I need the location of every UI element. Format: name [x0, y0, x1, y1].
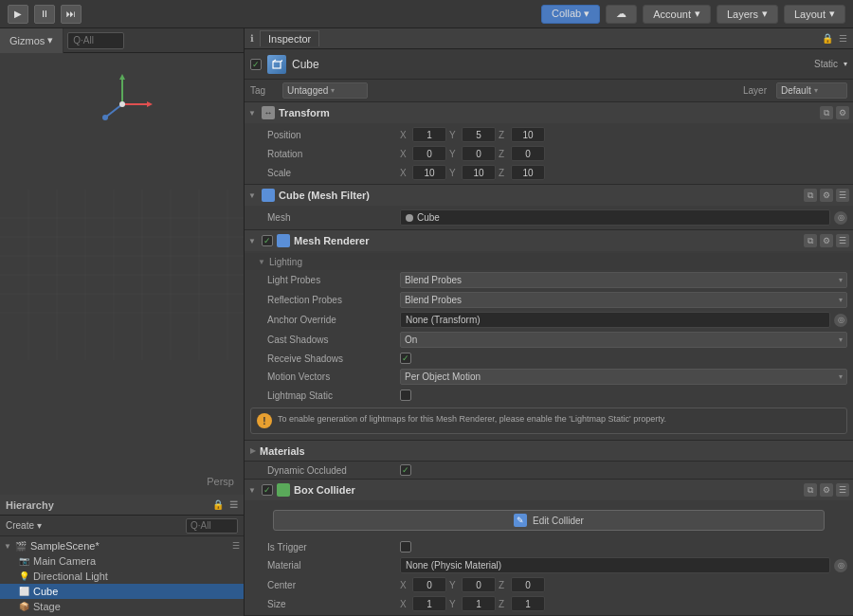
- position-x-input[interactable]: [412, 127, 446, 142]
- scale-z-input[interactable]: [511, 165, 545, 180]
- mesh-filter-menu-btn[interactable]: ☰: [836, 189, 849, 202]
- dynamic-occluded-checkbox[interactable]: [400, 464, 411, 476]
- info-icon: !: [257, 413, 272, 428]
- box-collider-settings-btn[interactable]: ⚙: [820, 483, 833, 497]
- anchor-override-field[interactable]: None (Transform): [400, 312, 830, 328]
- center-label: Center: [267, 580, 400, 590]
- collab-button[interactable]: Collab ▾: [541, 5, 600, 24]
- materials-header[interactable]: ▶ Materials: [245, 441, 853, 462]
- hierarchy-menu-icon[interactable]: ☰: [229, 499, 238, 510]
- layout-label: Layout: [794, 9, 826, 20]
- box-collider-icon: [277, 483, 290, 497]
- mesh-filter-component: ▼ Cube (Mesh Filter) ⧉ ⚙ ☰ Mesh: [245, 185, 853, 230]
- receive-shadows-label: Receive Shadows: [267, 353, 400, 364]
- play-button[interactable]: ▶: [8, 5, 28, 24]
- static-arrow[interactable]: ▾: [844, 60, 847, 68]
- edit-collider-button[interactable]: ✎ Edit Collider: [273, 510, 825, 531]
- mesh-filter-header[interactable]: ▼ Cube (Mesh Filter) ⧉ ⚙ ☰: [245, 185, 853, 206]
- lightmap-static-checkbox[interactable]: [400, 390, 411, 401]
- size-z-input[interactable]: [511, 596, 545, 611]
- mesh-field[interactable]: Cube: [400, 209, 830, 226]
- create-button[interactable]: Create ▾: [6, 520, 42, 531]
- box-collider-enabled-checkbox[interactable]: [262, 484, 273, 496]
- lighting-section-header[interactable]: ▼ Lighting: [245, 253, 853, 270]
- mesh-renderer-copy-btn[interactable]: ⧉: [804, 234, 817, 247]
- inspector-menu-icon[interactable]: ☰: [839, 33, 847, 44]
- scene-item[interactable]: ▼ 🎬 SampleScene* ☰: [0, 538, 244, 553]
- hierarchy-item-cube[interactable]: ⬜ Cube: [0, 584, 244, 599]
- pause-button[interactable]: ⏸: [34, 5, 55, 24]
- box-collider-component: ▼ Box Collider ⧉ ⚙ ☰ ✎ Edit C: [245, 480, 853, 616]
- top-bar: ▶ ⏸ ⏭ Collab ▾ ☁ Account ▾ Layers ▾ Layo…: [0, 0, 853, 28]
- account-button[interactable]: Account ▾: [643, 5, 711, 24]
- center-x-input[interactable]: [412, 577, 446, 592]
- tag-dropdown[interactable]: Untagged ▾: [282, 82, 368, 99]
- transform-copy-btn[interactable]: ⧉: [820, 106, 833, 119]
- mesh-filter-settings-btn[interactable]: ⚙: [820, 189, 833, 202]
- transform-paste-btn[interactable]: ⚙: [836, 106, 849, 119]
- light-probes-dropdown[interactable]: Blend Probes ▾: [400, 272, 847, 288]
- layers-button[interactable]: Layers ▾: [717, 5, 778, 24]
- rotation-y-input[interactable]: [462, 146, 496, 161]
- mesh-filter-copy-btn[interactable]: ⧉: [804, 189, 817, 202]
- item-label: Main Camera: [33, 555, 96, 567]
- cast-shadows-dropdown[interactable]: On ▾: [400, 332, 847, 348]
- motion-vectors-row: Motion Vectors Per Object Motion ▾: [245, 367, 853, 387]
- rotation-x-input[interactable]: [412, 146, 446, 161]
- mesh-renderer-actions: ⧉ ⚙ ☰: [804, 234, 849, 247]
- viewport-grid: [0, 28, 244, 495]
- motion-vectors-dropdown[interactable]: Per Object Motion ▾: [400, 369, 847, 385]
- hierarchy-toolbar: Create ▾: [0, 516, 244, 536]
- inspector-lock-icon[interactable]: 🔒: [822, 33, 833, 44]
- mesh-renderer-header[interactable]: ▼ Mesh Renderer ⧉ ⚙ ☰: [245, 230, 853, 251]
- hierarchy-item-stage[interactable]: 📦 Stage: [0, 599, 244, 614]
- inspector-tab[interactable]: Inspector: [260, 30, 319, 46]
- mesh-renderer-settings-btn[interactable]: ⚙: [820, 234, 833, 247]
- collider-material-select-btn[interactable]: ◎: [834, 559, 847, 572]
- mesh-renderer-menu-btn[interactable]: ☰: [836, 234, 849, 247]
- collab-label: Collab ▾: [552, 8, 590, 20]
- tag-label: Tag: [250, 85, 277, 96]
- transform-header[interactable]: ▼ ↔ Transform ⧉ ⚙: [245, 102, 853, 123]
- size-y-input[interactable]: [462, 596, 496, 611]
- cloud-button[interactable]: ☁: [606, 5, 637, 24]
- rotation-row: Rotation X Y Z: [245, 144, 853, 163]
- lightmap-static-label: Lightmap Static: [267, 390, 400, 401]
- scale-x-input[interactable]: [412, 165, 446, 180]
- hierarchy-item-main-camera[interactable]: 📷 Main Camera: [0, 553, 244, 569]
- viewport[interactable]: Gizmos ▾: [0, 28, 245, 495]
- motion-vectors-label: Motion Vectors: [267, 371, 400, 382]
- receive-shadows-checkbox[interactable]: [400, 353, 411, 364]
- lightmap-info-box: ! To enable generation of lightmaps for …: [250, 408, 847, 434]
- size-x-input[interactable]: [412, 596, 446, 611]
- object-icon: [267, 55, 286, 74]
- anchor-select-button[interactable]: ◎: [834, 314, 847, 327]
- is-trigger-checkbox[interactable]: [400, 541, 411, 553]
- hierarchy-search-input[interactable]: [186, 518, 238, 534]
- reflection-probes-dropdown[interactable]: Blend Probes ▾: [400, 292, 847, 308]
- layout-button[interactable]: Layout ▾: [784, 5, 845, 24]
- layer-dropdown[interactable]: Default ▾: [776, 82, 847, 99]
- mesh-select-button[interactable]: ◎: [834, 211, 847, 225]
- position-y-input[interactable]: [462, 127, 496, 142]
- materials-title: Materials: [260, 445, 305, 457]
- mesh-renderer-enabled-checkbox[interactable]: [262, 235, 273, 246]
- svg-point-20: [102, 115, 108, 120]
- mesh-renderer-icon: [277, 234, 290, 247]
- scale-y-input[interactable]: [462, 165, 496, 180]
- box-collider-copy-btn[interactable]: ⧉: [804, 483, 817, 497]
- box-collider-header[interactable]: ▼ Box Collider ⧉ ⚙ ☰: [245, 480, 853, 500]
- center-y-input[interactable]: [462, 577, 496, 592]
- gizmos-button[interactable]: Gizmos ▾: [0, 28, 64, 53]
- scene-search-input[interactable]: [67, 32, 124, 49]
- rotation-z-input[interactable]: [511, 146, 545, 161]
- reflection-probes-row: Reflection Probes Blend Probes ▾: [245, 290, 853, 310]
- receive-shadows-value: [400, 353, 847, 364]
- center-z-input[interactable]: [511, 577, 545, 592]
- object-enabled-checkbox[interactable]: [250, 59, 262, 70]
- position-z-input[interactable]: [511, 127, 545, 142]
- collider-material-field[interactable]: None (Physic Material): [400, 557, 830, 573]
- hierarchy-item-directional-light[interactable]: 💡 Directional Light: [0, 569, 244, 584]
- step-button[interactable]: ⏭: [61, 5, 82, 24]
- box-collider-menu-btn[interactable]: ☰: [836, 483, 849, 497]
